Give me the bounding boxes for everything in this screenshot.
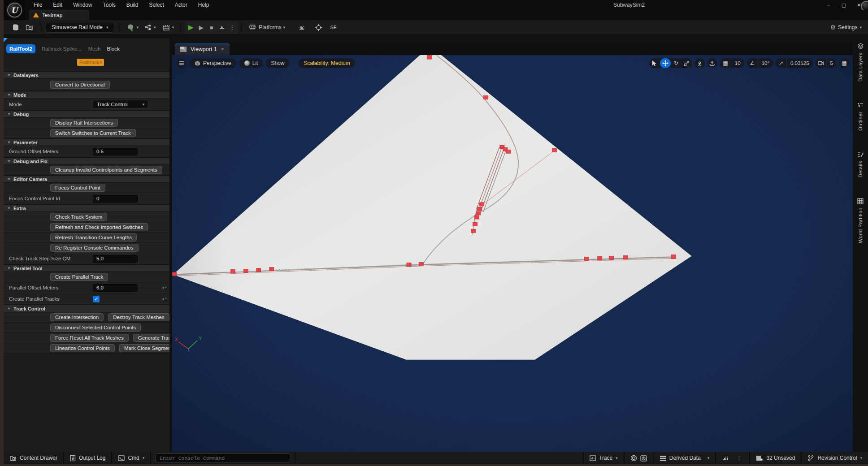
minimize-button[interactable]: ─	[822, 0, 835, 10]
memory-grid-icon[interactable]	[722, 455, 729, 461]
record-icon[interactable]	[630, 455, 637, 462]
snapshot-icon[interactable]	[640, 455, 647, 462]
section-datalayers[interactable]: ▾ Datalayers	[4, 71, 169, 79]
menu-actor[interactable]: Actor	[170, 0, 192, 10]
cinematics-button[interactable]: ▾	[159, 22, 178, 33]
play-options-button[interactable]: ⋮	[227, 22, 237, 33]
scalability-badge[interactable]: Scalability: Medium	[299, 58, 355, 68]
step-size-input[interactable]	[93, 255, 138, 263]
parallel-offset-input[interactable]	[93, 284, 138, 292]
refresh-transition-curve-button[interactable]: Refresh Transition Curve Lengths	[50, 233, 137, 242]
section-debug-fix[interactable]: ▾ Debug and Fix	[4, 157, 169, 165]
refresh-imported-switches-button[interactable]: Refresh and Check Imported Switches	[50, 223, 148, 231]
trace-dropdown[interactable]: Trace ▾	[584, 452, 624, 464]
focus-control-point-button[interactable]: Focus Control Point	[50, 184, 105, 192]
sidebar-item-details[interactable]: Details	[857, 151, 864, 177]
viewport-options-button[interactable]	[177, 58, 187, 68]
camera-speed-value[interactable]: 5	[826, 58, 837, 68]
sidebar-item-data-layers[interactable]: Data Layers	[857, 43, 864, 82]
platforms-dropdown[interactable]: Platforms ▾	[246, 22, 288, 33]
move-tool-button[interactable]	[660, 58, 671, 68]
grid-snap-value[interactable]: 10	[731, 58, 744, 68]
menu-build[interactable]: Build	[122, 0, 143, 10]
menu-tools[interactable]: Tools	[98, 0, 121, 10]
menu-file[interactable]: File	[29, 0, 47, 10]
maximize-viewport-button[interactable]: ▦	[839, 58, 849, 68]
lit-dropdown[interactable]: Lit	[239, 58, 263, 68]
surface-snapping-button[interactable]	[707, 58, 717, 68]
reregister-console-commandos-button[interactable]: Re Register Console Commandos	[50, 244, 139, 252]
scale-tool-button[interactable]	[681, 58, 692, 68]
tab-testmap[interactable]: Testmap	[29, 10, 89, 20]
rotate-tool-button[interactable]: ↻	[671, 58, 681, 68]
editor-mode-dropdown[interactable]: Simuverse Rail Mode ▾	[46, 22, 114, 33]
create-parallel-track-button[interactable]: Create Parallel Track	[50, 273, 108, 281]
ground-offset-input[interactable]	[93, 148, 138, 155]
rotation-snap-control[interactable]: ∠ 10°	[747, 58, 773, 68]
tab-mesh[interactable]: Mesh	[88, 46, 100, 52]
create-intersection-button[interactable]: Create Intersection	[50, 313, 104, 321]
content-browser-button[interactable]	[22, 22, 36, 33]
focus-cp-id-input[interactable]	[93, 195, 138, 203]
play-button[interactable]: ▶	[186, 22, 196, 33]
content-drawer-button[interactable]: Content Drawer	[4, 452, 63, 464]
linearize-control-points-button[interactable]: Linearize Control Points	[50, 344, 115, 352]
derived-data-dropdown[interactable]: Derived Data ▾	[654, 452, 716, 464]
menu-edit[interactable]: Edit	[48, 0, 67, 10]
generate-track-meshes-button[interactable]: Generate Track Meshes	[133, 334, 169, 342]
mode-select[interactable]: Track Control ▾	[93, 100, 148, 108]
scale-snap-value[interactable]: 0.03125	[786, 58, 813, 68]
world-local-toggle[interactable]	[695, 58, 705, 68]
section-debug[interactable]: ▾ Debug	[4, 110, 169, 118]
console-command-input[interactable]	[156, 453, 290, 462]
environment-light-button[interactable]	[295, 22, 309, 33]
grid-snap-control[interactable]: ▦ 10	[720, 58, 744, 68]
stop-button[interactable]: ■	[206, 22, 217, 33]
save-button[interactable]	[9, 22, 22, 33]
check-track-system-button[interactable]: Check Track System	[50, 213, 107, 221]
disconnect-control-points-button[interactable]: Disconnect Selected Control Points	[50, 324, 141, 332]
section-editor-camera[interactable]: ▾ Editor Camera	[4, 175, 169, 183]
menu-window[interactable]: Window	[68, 0, 97, 10]
section-parameter[interactable]: ▾ Parameter	[4, 138, 169, 146]
kebab-menu-icon[interactable]: ⋮	[736, 455, 742, 461]
unreal-logo-icon[interactable]: U	[7, 3, 22, 17]
restore-button[interactable]: ▢	[838, 0, 850, 10]
revision-control-dropdown[interactable]: Revision Control ▾	[802, 452, 868, 464]
switch-switches-button[interactable]: Switch Switches to Current Track	[50, 129, 136, 137]
tab-railtool2[interactable]: RailTool2	[6, 44, 35, 53]
show-dropdown[interactable]: Show	[266, 58, 289, 68]
section-mode[interactable]: ▾ Mode	[4, 91, 169, 99]
frame-skip-button[interactable]: ▶	[196, 22, 206, 33]
menu-select[interactable]: Select	[144, 0, 169, 10]
convert-to-directional-button[interactable]: Convert to Directional	[50, 81, 110, 89]
target-point-button[interactable]	[312, 22, 326, 33]
eject-button[interactable]: ▲	[217, 22, 227, 33]
scale-snap-control[interactable]: ↗ 0.03125	[776, 58, 813, 68]
mark-close-segments-button[interactable]: Mark Close Segments	[119, 344, 169, 352]
select-tool-button[interactable]	[649, 58, 660, 68]
viewport-canvas[interactable]: X Y Perspecti	[172, 55, 853, 452]
tab-block[interactable]: Block	[107, 46, 120, 52]
perspective-dropdown[interactable]: Perspective	[190, 58, 236, 68]
sidebar-item-outliner[interactable]: Outliner	[857, 102, 864, 131]
cmd-dropdown[interactable]: Cmd ▾	[112, 452, 150, 464]
menu-help[interactable]: Help	[193, 0, 214, 10]
cleanup-invalid-button[interactable]: Cleanup Invalid Controlpoints and Segmen…	[50, 166, 162, 174]
section-extra[interactable]: ▾ Extra	[4, 204, 169, 212]
force-reset-meshes-button[interactable]: Force Reset All Track Meshes	[50, 334, 129, 342]
unsaved-button[interactable]: 32 Unsaved	[750, 452, 801, 464]
create-parallel-tracks-checkbox[interactable]: ✓	[93, 296, 100, 302]
tab-railtrack-spline[interactable]: Railtrack Spline...	[42, 46, 82, 52]
tab-viewport-1[interactable]: Viewport 1 ×	[175, 43, 230, 55]
camera-speed-control[interactable]: 5	[816, 58, 837, 68]
settings-dropdown[interactable]: ⚙ Settings ▾	[830, 24, 862, 31]
display-rail-intersections-button[interactable]: Display Rail Intersections	[50, 119, 118, 127]
blueprints-button[interactable]: ▾	[142, 22, 159, 33]
rotation-snap-value[interactable]: 10°	[758, 58, 773, 68]
reset-to-default-icon[interactable]: ↩	[162, 285, 167, 291]
add-actor-button[interactable]: ▾	[124, 22, 142, 33]
sidebar-item-world-partition[interactable]: World Partition	[857, 198, 864, 243]
output-log-button[interactable]: Output Log	[64, 452, 111, 464]
close-icon[interactable]: ×	[221, 46, 224, 52]
